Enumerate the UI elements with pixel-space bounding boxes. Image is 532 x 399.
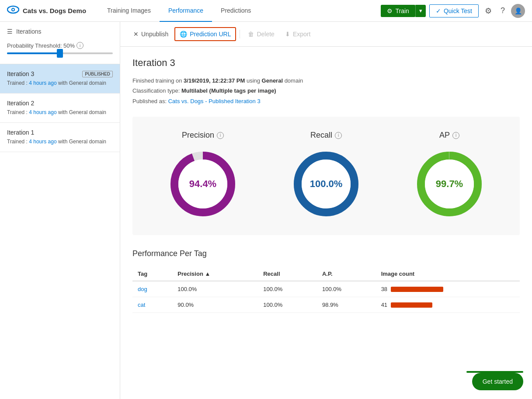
dog-bar xyxy=(391,287,443,292)
dog-tag-cell: dog xyxy=(132,281,172,297)
iteration-item-2[interactable]: Iteration 2 Trained : 4 hours ago with G… xyxy=(0,94,120,123)
prediction-url-button[interactable]: 🌐 Prediction URL xyxy=(174,27,236,41)
col-recall: Recall xyxy=(258,267,317,281)
get-started-button[interactable]: Get started xyxy=(472,373,523,390)
cat-recall-cell: 100.0% xyxy=(258,297,317,313)
ap-label: AP i xyxy=(439,131,459,140)
help-icon[interactable]: ? xyxy=(498,3,508,18)
dog-ap-cell: 100.0% xyxy=(317,281,376,297)
recall-donut: 100.0% xyxy=(289,147,363,221)
header: Cats vs. Dogs Demo Training Images Perfo… xyxy=(0,0,532,22)
precision-info-icon[interactable]: i xyxy=(217,132,224,139)
meta-line-2: Classification type: Multilabel (Multipl… xyxy=(132,86,520,96)
iteration-1-name: Iteration 1 xyxy=(7,129,34,136)
train-dropdown-button[interactable]: ▾ xyxy=(415,5,426,17)
export-button[interactable]: ⬇ Export xyxy=(281,28,315,40)
iteration-title: Iteration 3 xyxy=(132,57,520,69)
iteration-3-published-badge: PUBLISHED xyxy=(82,71,113,77)
avatar[interactable]: 👤 xyxy=(511,4,525,18)
iteration-3-info: Trained : 4 hours ago with General domai… xyxy=(7,79,113,87)
cat-bar xyxy=(391,302,432,308)
sidebar: ☰ Iterations Probability Threshold: 50% … xyxy=(0,22,120,399)
iteration-2-info: Trained : 4 hours ago with General domai… xyxy=(7,108,113,116)
performance-per-tag-section: Performance Per Tag Tag Precision ▲ Reca… xyxy=(132,249,520,313)
recall-card: Recall i 100.0% xyxy=(289,131,363,221)
tab-performance[interactable]: Performance xyxy=(160,0,212,22)
iteration-3-time-link[interactable]: 4 hours ago xyxy=(29,80,56,86)
cat-precision-cell: 90.0% xyxy=(172,297,258,313)
probability-section: Probability Threshold: 50% i xyxy=(0,39,120,64)
table-header-row: Tag Precision ▲ Recall A.P. Image count xyxy=(132,267,520,281)
iteration-2-header: Iteration 2 xyxy=(7,100,113,107)
delete-button[interactable]: 🗑 Delete xyxy=(243,28,278,40)
train-button[interactable]: ⚙ Train xyxy=(381,5,415,17)
sidebar-header: ☰ Iterations xyxy=(0,22,120,39)
metrics-section: Precision i 94.4% xyxy=(132,117,520,235)
col-precision[interactable]: Precision ▲ xyxy=(172,267,258,281)
cat-tag-cell: cat xyxy=(132,297,172,313)
chevron-down-icon: ▾ xyxy=(419,7,422,14)
iteration-2-name: Iteration 2 xyxy=(7,100,34,107)
cat-tag-link[interactable]: cat xyxy=(138,302,145,308)
slider-fill xyxy=(7,52,60,54)
table-row: dog 100.0% 100.0% 100.0% 38 xyxy=(132,281,520,297)
settings-icon[interactable]: ⚙ xyxy=(482,3,494,18)
meta-line-1: Finished training on 3/19/2019, 12:22:37… xyxy=(132,76,520,86)
dog-image-count-cell: 38 xyxy=(376,281,520,297)
get-started-container: Get started xyxy=(472,373,523,390)
precision-value: 94.4% xyxy=(189,178,216,190)
precision-label: Precision i xyxy=(182,131,224,140)
export-icon: ⬇ xyxy=(285,31,290,38)
ap-donut: 99.7% xyxy=(412,147,487,221)
quick-test-button[interactable]: ✓ Quick Test xyxy=(429,4,479,17)
tab-training-images[interactable]: Training Images xyxy=(98,0,160,22)
dog-recall-cell: 100.0% xyxy=(258,281,317,297)
performance-table: Tag Precision ▲ Recall A.P. Image count xyxy=(132,267,520,313)
unpublish-button[interactable]: ✕ Unpublish xyxy=(129,28,173,40)
iteration-3-name: Iteration 3 xyxy=(7,70,34,77)
col-ap: A.P. xyxy=(317,267,376,281)
recall-label: Recall i xyxy=(310,131,342,140)
iteration-item-3[interactable]: Iteration 3 PUBLISHED Trained : 4 hours … xyxy=(0,64,120,94)
sort-icon: ▲ xyxy=(205,271,210,277)
cat-image-count-cell: 41 xyxy=(376,297,520,313)
col-image-count: Image count xyxy=(376,267,520,281)
col-tag: Tag xyxy=(132,267,172,281)
content-area: Iteration 3 Finished training on 3/19/20… xyxy=(120,47,532,323)
iteration-3-header: Iteration 3 PUBLISHED xyxy=(7,70,113,77)
cat-bar-cell: 41 xyxy=(381,302,515,308)
precision-donut: 94.4% xyxy=(166,147,240,221)
iteration-1-header: Iteration 1 xyxy=(7,129,113,136)
ap-info-icon[interactable]: i xyxy=(452,132,459,139)
tab-predictions[interactable]: Predictions xyxy=(212,0,260,22)
iteration-list: Iteration 3 PUBLISHED Trained : 4 hours … xyxy=(0,64,120,399)
meta-line-3: Published as: Cats vs. Dogs - Published … xyxy=(132,96,520,106)
iteration-2-time-link[interactable]: 4 hours ago xyxy=(29,109,56,115)
published-name-link[interactable]: Cats vs. Dogs - Published Iteration 3 xyxy=(168,98,261,104)
slider-thumb[interactable] xyxy=(57,49,63,58)
iteration-1-time-link[interactable]: 4 hours ago xyxy=(29,139,56,145)
toolbar-separator xyxy=(240,30,240,38)
probability-label: Probability Threshold: 50% i xyxy=(7,42,113,49)
sidebar-title: Iterations xyxy=(16,28,42,35)
trash-icon: 🗑 xyxy=(248,31,254,38)
cat-ap-cell: 98.9% xyxy=(317,297,376,313)
probability-slider[interactable] xyxy=(7,52,113,54)
precision-card: Precision i 94.4% xyxy=(166,131,240,221)
layout: ☰ Iterations Probability Threshold: 50% … xyxy=(0,22,532,399)
iteration-item-1[interactable]: Iteration 1 Trained : 4 hours ago with G… xyxy=(0,123,120,152)
toolbar: ✕ Unpublish 🌐 Prediction URL 🗑 Delete ⬇ … xyxy=(120,22,532,47)
logo-icon xyxy=(7,3,19,18)
globe-icon: 🌐 xyxy=(180,31,187,38)
app-title: Cats vs. Dogs Demo xyxy=(23,7,86,14)
dog-bar-cell: 38 xyxy=(381,286,515,292)
iteration-meta: Finished training on 3/19/2019, 12:22:37… xyxy=(132,76,520,106)
iteration-1-info: Trained : 4 hours ago with General domai… xyxy=(7,138,113,146)
probability-info-icon[interactable]: i xyxy=(76,42,83,49)
recall-info-icon[interactable]: i xyxy=(335,132,342,139)
gear-icon: ⚙ xyxy=(387,7,393,14)
dog-tag-link[interactable]: dog xyxy=(138,286,147,292)
ap-value: 99.7% xyxy=(436,178,463,190)
nav-tabs: Training Images Performance Predictions xyxy=(98,0,260,22)
header-actions: ⚙ Train ▾ ✓ Quick Test ⚙ ? 👤 xyxy=(381,3,525,18)
